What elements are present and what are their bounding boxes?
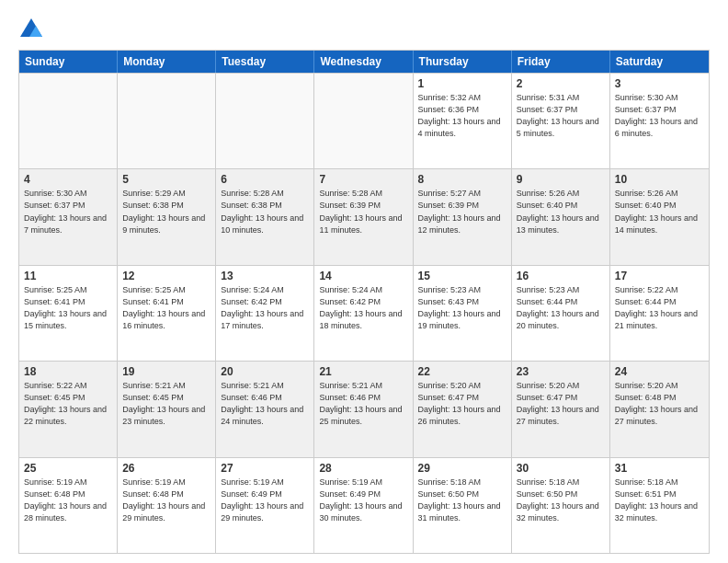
week-row-4: 18Sunrise: 5:22 AM Sunset: 6:45 PM Dayli… <box>19 361 709 456</box>
day-info: Sunrise: 5:20 AM Sunset: 6:47 PM Dayligh… <box>517 380 605 428</box>
cell-w5-d2: 26Sunrise: 5:19 AM Sunset: 6:48 PM Dayli… <box>118 458 216 553</box>
week-row-1: 1Sunrise: 5:32 AM Sunset: 6:36 PM Daylig… <box>19 73 709 168</box>
day-number: 14 <box>319 270 407 282</box>
day-info: Sunrise: 5:20 AM Sunset: 6:48 PM Dayligh… <box>615 380 704 428</box>
day-number: 7 <box>319 173 407 186</box>
calendar: Sunday Monday Tuesday Wednesday Thursday… <box>18 50 710 554</box>
day-number: 12 <box>122 270 210 282</box>
header-saturday: Saturday <box>610 51 709 73</box>
cell-w3-d5: 15Sunrise: 5:23 AM Sunset: 6:43 PM Dayli… <box>414 266 512 361</box>
cell-w4-d2: 19Sunrise: 5:21 AM Sunset: 6:45 PM Dayli… <box>118 362 216 456</box>
day-number: 21 <box>319 365 407 378</box>
week-row-3: 11Sunrise: 5:25 AM Sunset: 6:41 PM Dayli… <box>19 265 709 361</box>
cell-w5-d7: 31Sunrise: 5:18 AM Sunset: 6:51 PM Dayli… <box>610 458 709 553</box>
cell-w1-d1 <box>19 74 118 168</box>
day-info: Sunrise: 5:22 AM Sunset: 6:45 PM Dayligh… <box>24 380 112 428</box>
day-info: Sunrise: 5:26 AM Sunset: 6:40 PM Dayligh… <box>517 188 605 236</box>
day-number: 23 <box>517 365 605 378</box>
cell-w2-d3: 6Sunrise: 5:28 AM Sunset: 6:38 PM Daylig… <box>216 169 314 264</box>
cell-w1-d7: 3Sunrise: 5:30 AM Sunset: 6:37 PM Daylig… <box>610 74 709 168</box>
cell-w4-d3: 20Sunrise: 5:21 AM Sunset: 6:46 PM Dayli… <box>216 362 314 456</box>
day-number: 8 <box>418 173 506 186</box>
cell-w3-d6: 16Sunrise: 5:23 AM Sunset: 6:44 PM Dayli… <box>512 266 610 361</box>
cell-w1-d4 <box>314 74 413 168</box>
cell-w3-d1: 11Sunrise: 5:25 AM Sunset: 6:41 PM Dayli… <box>19 266 118 361</box>
header <box>18 17 710 42</box>
day-number: 3 <box>615 77 704 90</box>
day-info: Sunrise: 5:28 AM Sunset: 6:39 PM Dayligh… <box>319 188 407 236</box>
cell-w5-d6: 30Sunrise: 5:18 AM Sunset: 6:50 PM Dayli… <box>512 458 610 553</box>
cell-w5-d4: 28Sunrise: 5:19 AM Sunset: 6:49 PM Dayli… <box>314 458 413 553</box>
cell-w3-d3: 13Sunrise: 5:24 AM Sunset: 6:42 PM Dayli… <box>216 266 314 361</box>
day-number: 1 <box>418 77 506 90</box>
cell-w3-d2: 12Sunrise: 5:25 AM Sunset: 6:41 PM Dayli… <box>118 266 216 361</box>
day-info: Sunrise: 5:26 AM Sunset: 6:40 PM Dayligh… <box>615 188 704 236</box>
day-info: Sunrise: 5:31 AM Sunset: 6:37 PM Dayligh… <box>517 92 605 140</box>
day-number: 31 <box>615 462 704 475</box>
day-number: 29 <box>418 462 506 475</box>
cell-w5-d1: 25Sunrise: 5:19 AM Sunset: 6:48 PM Dayli… <box>19 458 118 553</box>
day-info: Sunrise: 5:21 AM Sunset: 6:46 PM Dayligh… <box>221 380 309 428</box>
day-number: 20 <box>221 365 309 378</box>
cell-w1-d3 <box>216 74 314 168</box>
cell-w4-d5: 22Sunrise: 5:20 AM Sunset: 6:47 PM Dayli… <box>414 362 512 456</box>
cell-w2-d5: 8Sunrise: 5:27 AM Sunset: 6:39 PM Daylig… <box>414 169 512 264</box>
day-info: Sunrise: 5:18 AM Sunset: 6:50 PM Dayligh… <box>418 477 506 524</box>
cell-w3-d7: 17Sunrise: 5:22 AM Sunset: 6:44 PM Dayli… <box>610 266 709 361</box>
day-number: 25 <box>24 462 112 475</box>
day-info: Sunrise: 5:32 AM Sunset: 6:36 PM Dayligh… <box>418 92 506 140</box>
header-friday: Friday <box>512 51 610 73</box>
day-number: 2 <box>517 77 605 90</box>
day-info: Sunrise: 5:18 AM Sunset: 6:51 PM Dayligh… <box>615 477 704 524</box>
cell-w2-d1: 4Sunrise: 5:30 AM Sunset: 6:37 PM Daylig… <box>19 169 118 264</box>
day-number: 4 <box>24 173 112 186</box>
day-number: 9 <box>517 173 605 186</box>
header-sunday: Sunday <box>19 51 118 73</box>
day-number: 18 <box>24 365 112 378</box>
day-info: Sunrise: 5:30 AM Sunset: 6:37 PM Dayligh… <box>24 188 112 236</box>
day-info: Sunrise: 5:28 AM Sunset: 6:38 PM Dayligh… <box>221 188 309 236</box>
cell-w1-d5: 1Sunrise: 5:32 AM Sunset: 6:36 PM Daylig… <box>414 74 512 168</box>
day-number: 30 <box>517 462 605 475</box>
day-info: Sunrise: 5:23 AM Sunset: 6:43 PM Dayligh… <box>418 284 506 332</box>
day-number: 24 <box>615 365 704 378</box>
cell-w4-d1: 18Sunrise: 5:22 AM Sunset: 6:45 PM Dayli… <box>19 362 118 456</box>
day-number: 15 <box>418 270 506 282</box>
day-number: 22 <box>418 365 506 378</box>
cell-w2-d7: 10Sunrise: 5:26 AM Sunset: 6:40 PM Dayli… <box>610 169 709 264</box>
day-info: Sunrise: 5:20 AM Sunset: 6:47 PM Dayligh… <box>418 380 506 428</box>
day-info: Sunrise: 5:18 AM Sunset: 6:50 PM Dayligh… <box>517 477 605 524</box>
calendar-header-row: Sunday Monday Tuesday Wednesday Thursday… <box>19 51 709 73</box>
day-number: 17 <box>615 270 704 282</box>
day-number: 6 <box>221 173 309 186</box>
day-number: 27 <box>221 462 309 475</box>
day-info: Sunrise: 5:30 AM Sunset: 6:37 PM Dayligh… <box>615 92 704 140</box>
day-info: Sunrise: 5:21 AM Sunset: 6:45 PM Dayligh… <box>122 380 210 428</box>
day-info: Sunrise: 5:23 AM Sunset: 6:44 PM Dayligh… <box>517 284 605 332</box>
logo <box>18 17 48 42</box>
cell-w4-d7: 24Sunrise: 5:20 AM Sunset: 6:48 PM Dayli… <box>610 362 709 456</box>
cell-w4-d6: 23Sunrise: 5:20 AM Sunset: 6:47 PM Dayli… <box>512 362 610 456</box>
week-row-5: 25Sunrise: 5:19 AM Sunset: 6:48 PM Dayli… <box>19 457 709 553</box>
cell-w2-d2: 5Sunrise: 5:29 AM Sunset: 6:38 PM Daylig… <box>118 169 216 264</box>
week-row-2: 4Sunrise: 5:30 AM Sunset: 6:37 PM Daylig… <box>19 168 709 264</box>
header-thursday: Thursday <box>414 51 512 73</box>
day-info: Sunrise: 5:25 AM Sunset: 6:41 PM Dayligh… <box>122 284 210 332</box>
day-number: 5 <box>122 173 210 186</box>
cell-w2-d4: 7Sunrise: 5:28 AM Sunset: 6:39 PM Daylig… <box>314 169 413 264</box>
cell-w1-d6: 2Sunrise: 5:31 AM Sunset: 6:37 PM Daylig… <box>512 74 610 168</box>
day-info: Sunrise: 5:25 AM Sunset: 6:41 PM Dayligh… <box>24 284 112 332</box>
logo-icon <box>18 17 44 42</box>
cell-w3-d4: 14Sunrise: 5:24 AM Sunset: 6:42 PM Dayli… <box>314 266 413 361</box>
day-number: 19 <box>122 365 210 378</box>
day-info: Sunrise: 5:21 AM Sunset: 6:46 PM Dayligh… <box>319 380 407 428</box>
day-info: Sunrise: 5:24 AM Sunset: 6:42 PM Dayligh… <box>221 284 309 332</box>
cell-w5-d3: 27Sunrise: 5:19 AM Sunset: 6:49 PM Dayli… <box>216 458 314 553</box>
page: Sunday Monday Tuesday Wednesday Thursday… <box>0 0 728 563</box>
day-info: Sunrise: 5:24 AM Sunset: 6:42 PM Dayligh… <box>319 284 407 332</box>
day-info: Sunrise: 5:22 AM Sunset: 6:44 PM Dayligh… <box>615 284 704 332</box>
day-info: Sunrise: 5:19 AM Sunset: 6:49 PM Dayligh… <box>221 477 309 524</box>
calendar-body: 1Sunrise: 5:32 AM Sunset: 6:36 PM Daylig… <box>19 73 709 553</box>
day-info: Sunrise: 5:29 AM Sunset: 6:38 PM Dayligh… <box>122 188 210 236</box>
day-number: 28 <box>319 462 407 475</box>
